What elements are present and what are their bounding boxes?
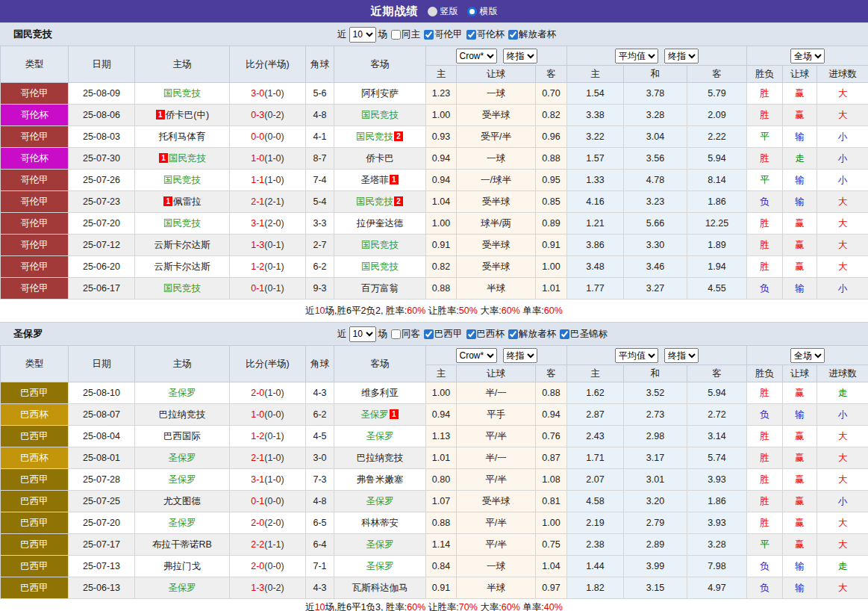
- average-select[interactable]: 平均值: [615, 49, 658, 63]
- league-checkbox[interactable]: 解放者杯: [505, 328, 556, 341]
- team-link[interactable]: 侨卡巴: [366, 153, 394, 164]
- avg-home-cell: 1.33: [567, 170, 624, 191]
- halftime-score: (1-0): [264, 453, 284, 463]
- avg-away-cell: 2.09: [687, 105, 747, 126]
- score-cell: 1-2(0-1): [230, 256, 306, 278]
- team-link[interactable]: 圣保罗: [168, 388, 196, 398]
- corner-cell: 4-8: [306, 105, 334, 126]
- team-link[interactable]: 国民竞技: [361, 261, 399, 272]
- match-row: 巴西甲25-07-13弗拉门戈2-0(0-0)7-1圣保罗0.84一球1.041…: [1, 556, 868, 577]
- league-checkbox[interactable]: 巴西甲: [420, 328, 463, 341]
- team-link[interactable]: 国民竞技: [163, 175, 201, 185]
- odds-home-cell: 1.13: [426, 426, 457, 447]
- odds-home-cell: 1.23: [426, 83, 457, 105]
- league-checkbox[interactable]: 巴西杯: [463, 328, 505, 341]
- layout-horizontal-radio[interactable]: 横版: [467, 5, 498, 18]
- same-venue-checkbox-input[interactable]: [391, 329, 401, 339]
- team-link[interactable]: 云斯卡尔达斯: [154, 261, 210, 272]
- team-link[interactable]: 瓦斯科达伽马: [352, 583, 408, 593]
- team-link[interactable]: 巴拉纳竞技: [159, 409, 206, 420]
- league-checkbox-input[interactable]: [466, 30, 476, 40]
- team-link[interactable]: 圣保罗: [168, 518, 196, 528]
- team-link[interactable]: 维多利亚: [361, 388, 399, 398]
- team-link[interactable]: 国民竞技: [361, 240, 399, 250]
- league-checkbox[interactable]: 巴圣锦标: [556, 328, 608, 341]
- summary-segment: 10: [315, 306, 325, 316]
- team-link[interactable]: 国民竞技: [361, 110, 399, 120]
- corner-cell: 9-3: [306, 278, 334, 300]
- team-link[interactable]: 巴西国际: [163, 431, 201, 441]
- team-link[interactable]: 国民竞技: [163, 218, 201, 229]
- odds-stage-select-1[interactable]: 终指: [503, 348, 537, 363]
- result-wdl-cell: 胜: [747, 469, 783, 491]
- games-label: 场: [378, 328, 388, 341]
- team-link[interactable]: 国民竞技: [163, 283, 201, 294]
- team-link[interactable]: 弗拉门戈: [163, 561, 201, 571]
- same-venue-checkbox-input[interactable]: [391, 30, 401, 40]
- league-checkbox-input[interactable]: [466, 329, 476, 339]
- league-checkbox-input[interactable]: [560, 329, 569, 339]
- team-link[interactable]: 佩雷拉: [173, 196, 202, 207]
- match-count-select[interactable]: 10: [349, 27, 376, 43]
- fulltime-select[interactable]: 全场: [790, 348, 825, 363]
- radio-selected-icon[interactable]: [467, 7, 477, 16]
- team-link[interactable]: 云斯卡尔达斯: [154, 240, 210, 250]
- team-link[interactable]: 国民竞技: [163, 88, 201, 99]
- avg-away-cell: 2.22: [687, 126, 747, 148]
- league-checkbox[interactable]: 哥伦杯: [463, 28, 505, 41]
- col-away: 客场: [334, 46, 426, 83]
- bookmaker-select[interactable]: Crow*: [456, 49, 497, 63]
- odds-stage-select-2[interactable]: 终指: [664, 348, 699, 363]
- team-link[interactable]: 巴拉纳竞技: [357, 453, 404, 463]
- team-link[interactable]: 阿利安萨: [361, 88, 399, 99]
- team-link[interactable]: 圣保罗: [168, 453, 196, 463]
- date-cell: 25-07-13: [69, 556, 135, 577]
- team-link[interactable]: 弗鲁米嫩塞: [357, 474, 404, 485]
- team-link[interactable]: 圣保罗: [366, 539, 394, 550]
- odds-stage-select-1[interactable]: 终指: [503, 49, 537, 63]
- team-link[interactable]: 圣保罗: [366, 496, 394, 506]
- league-checkbox[interactable]: 哥伦甲: [420, 28, 463, 41]
- team-link[interactable]: 布拉干蒂诺RB: [152, 539, 212, 550]
- same-venue-checkbox[interactable]: 同客: [387, 328, 420, 341]
- team-link[interactable]: 侨卡巴(中): [166, 110, 209, 120]
- layout-vertical-radio[interactable]: 竖版: [428, 5, 458, 18]
- fulltime-select[interactable]: 全场: [790, 49, 825, 63]
- halftime-score: (0-1): [264, 261, 284, 272]
- team-link[interactable]: 圣保罗: [168, 583, 196, 593]
- avg-home-cell: 1.21: [567, 213, 624, 235]
- league-checkbox[interactable]: 解放者杯: [505, 28, 556, 41]
- league-checkbox-input[interactable]: [424, 329, 434, 339]
- team-link[interactable]: 国民竞技: [356, 196, 393, 207]
- avg-home-cell: 4.58: [567, 491, 624, 512]
- near-label: 近: [337, 28, 347, 41]
- league-filter-group: 哥伦甲哥伦杯解放者杯: [420, 28, 556, 41]
- odds-stage-select-2[interactable]: 终指: [664, 49, 699, 63]
- league-checkbox-input[interactable]: [508, 329, 518, 339]
- radio-unselected-icon[interactable]: [428, 7, 437, 16]
- odds-away-cell: 1.04: [536, 556, 567, 577]
- team-link[interactable]: 圣塔菲: [360, 175, 389, 185]
- team-link[interactable]: 百万富翁: [361, 283, 399, 294]
- score-cell: 2-1(2-1): [230, 191, 306, 213]
- bookmaker-select[interactable]: Crow*: [456, 348, 497, 363]
- team-link[interactable]: 圣保罗: [168, 474, 196, 485]
- team-link[interactable]: 国民竞技: [356, 131, 393, 142]
- team-link[interactable]: 尤文图德: [163, 496, 201, 506]
- average-select[interactable]: 平均值: [615, 348, 658, 363]
- odds-away-cell: 0.81: [536, 491, 567, 512]
- team-link[interactable]: 圣保罗: [366, 431, 394, 441]
- team-link[interactable]: 国民竞技: [169, 153, 206, 164]
- team-link[interactable]: 拉伊奎达德: [357, 218, 404, 229]
- league-checkbox-input[interactable]: [508, 30, 518, 40]
- same-venue-checkbox[interactable]: 同主: [387, 28, 420, 41]
- team-link[interactable]: 科林蒂安: [361, 518, 399, 528]
- league-checkbox-input[interactable]: [424, 30, 434, 40]
- league-cell: 哥伦甲: [1, 235, 69, 256]
- match-count-select[interactable]: 10: [349, 326, 376, 342]
- team-link[interactable]: 托利马体育: [159, 131, 206, 142]
- team-link[interactable]: 圣保罗: [366, 561, 394, 571]
- col-score: 比分(半场): [230, 46, 306, 83]
- avg-away-cell: 5.94: [687, 382, 747, 404]
- team-link[interactable]: 圣保罗: [360, 409, 389, 420]
